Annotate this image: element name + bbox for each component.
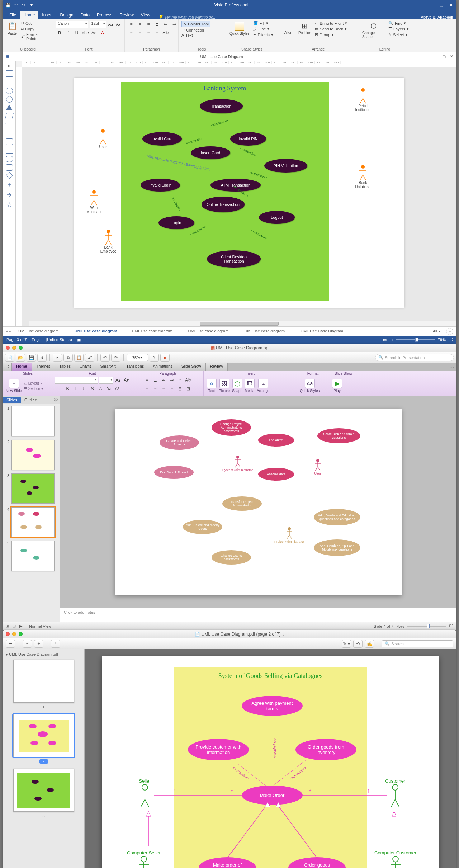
doc-close-icon[interactable]: ✕: [450, 54, 453, 59]
side-tab-slides[interactable]: Slides: [3, 397, 21, 403]
italic-icon[interactable]: I: [65, 29, 72, 37]
shape-cylinder-icon[interactable]: [6, 156, 13, 162]
shapes-pane[interactable]: ▸ ＋ ➔ ☆: [3, 61, 16, 326]
system-boundary[interactable]: Banking System: [121, 82, 329, 301]
share-icon[interactable]: ⇪: [51, 640, 60, 648]
uc-online[interactable]: Online Transaction: [202, 197, 245, 212]
system-title[interactable]: Banking System: [121, 82, 329, 94]
slide-thumb[interactable]: 3: [5, 473, 58, 504]
uc-insert-card[interactable]: Insert Card: [191, 146, 230, 159]
zoom-select[interactable]: 75% ▾: [127, 354, 148, 361]
tab-file[interactable]: File: [6, 11, 20, 19]
tab-home[interactable]: Home: [12, 363, 32, 371]
page-tab[interactable]: UML use case diagram …: [241, 327, 293, 335]
tab-process[interactable]: Process: [93, 11, 116, 19]
side-close-icon[interactable]: ⓧ: [54, 397, 58, 402]
min-dot-icon[interactable]: [12, 632, 16, 636]
page-tab[interactable]: UML use case diagram …: [185, 327, 237, 335]
uc-add-users[interactable]: Add, Delete and modify Users: [183, 520, 222, 534]
pdf-thumb[interactable]: [13, 769, 74, 812]
group-button[interactable]: ⊡ Group ▾: [315, 32, 347, 37]
side-tab-outline[interactable]: Outline: [21, 397, 41, 403]
tell-me[interactable]: 💡 Tell me what you want to do...: [158, 15, 217, 19]
horizontal-scrollbar[interactable]: [29, 321, 456, 326]
undo-icon[interactable]: ↶: [100, 354, 110, 362]
tab-data[interactable]: Data: [77, 11, 93, 19]
max-dot-icon[interactable]: [19, 632, 23, 636]
minimize-icon[interactable]: —: [428, 2, 434, 8]
shape-arrow-icon[interactable]: ➔: [6, 191, 12, 199]
zoom-in-icon[interactable]: ＋: [34, 640, 43, 648]
max-dot-icon[interactable]: [19, 346, 23, 350]
font-color-icon[interactable]: A: [99, 29, 106, 37]
rotate-icon[interactable]: ⟲: [353, 640, 363, 648]
min-dot-icon[interactable]: [12, 346, 16, 350]
close-icon[interactable]: ✕: [448, 2, 454, 8]
shape-triangle-icon[interactable]: [6, 105, 13, 110]
slide-thumb[interactable]: 2: [5, 440, 58, 470]
quick-styles-button[interactable]: Quick Styles: [228, 21, 251, 36]
copy-icon[interactable]: ⧉: [63, 354, 73, 362]
file-menu-icon[interactable]: ⌂: [3, 363, 12, 371]
actor-customer[interactable]: Customer: [385, 778, 405, 809]
font-name-select[interactable]: Calibri: [56, 21, 88, 28]
shape-roundrect-icon[interactable]: [6, 164, 13, 171]
page-tab[interactable]: UML Use Case Diagram: [297, 327, 347, 335]
shrink-font-icon[interactable]: A▾: [115, 21, 122, 28]
close-dot-icon[interactable]: [6, 346, 10, 350]
actor-projadmin[interactable]: Project Administrator: [274, 527, 304, 543]
help-icon[interactable]: ?: [150, 354, 159, 362]
uc-make-order[interactable]: Make Order: [242, 786, 303, 805]
uc-invalid-login[interactable]: Invalid Login: [141, 179, 180, 192]
grow-font-icon[interactable]: A▴: [108, 21, 114, 28]
shape-parallelogram-icon[interactable]: [5, 113, 13, 119]
align-mid-icon[interactable]: ≡: [136, 21, 143, 28]
add-page-button[interactable]: ＋: [446, 328, 453, 335]
uc-logon[interactable]: Log on/off: [258, 434, 294, 447]
effects-button[interactable]: ✦ Effects ▾: [253, 32, 273, 37]
close-dot-icon[interactable]: [6, 632, 10, 636]
save-icon[interactable]: 💾: [27, 354, 36, 362]
page-tab[interactable]: UML use case diagram …: [128, 327, 181, 335]
shape-ellipse-icon[interactable]: [6, 88, 13, 94]
format-painter-button[interactable]: 🖌 Format Painter: [21, 32, 50, 41]
uc-invalid-pin[interactable]: Invalid PIN: [230, 132, 266, 146]
redo-icon[interactable]: ↷: [21, 2, 27, 8]
pdf-thumb[interactable]: [13, 660, 74, 703]
print-icon[interactable]: 🖨: [37, 354, 47, 362]
actor-comp-customer[interactable]: Computer Customer: [374, 850, 416, 868]
align-bot-icon[interactable]: ≡: [145, 21, 152, 28]
shape-diamond-icon[interactable]: [6, 172, 13, 179]
slideshow-icon[interactable]: ▶: [160, 354, 170, 362]
page-tab[interactable]: UML use case diagram …: [15, 327, 67, 335]
pdf-page[interactable]: System of Goods Selling via Catalogues A…: [102, 656, 439, 868]
new-slide-button[interactable]: ＋New Slide: [6, 379, 22, 393]
shape-circle-icon[interactable]: [6, 96, 13, 103]
format-painter-icon[interactable]: 🖌: [85, 354, 94, 362]
shape-square-icon[interactable]: [6, 79, 13, 85]
uc-order-inv[interactable]: Order goods from inventory: [295, 739, 356, 760]
align-button[interactable]: ⫠Align: [282, 21, 295, 35]
layers-button[interactable]: ☰ Layers ▾: [388, 27, 409, 31]
slide-thumb[interactable]: 5: [5, 541, 58, 571]
actor-seller[interactable]: Seller: [138, 778, 152, 809]
uc-score[interactable]: Score Risk and Strain questions: [317, 428, 360, 443]
tab-home[interactable]: Home: [20, 11, 38, 19]
uc-add-risk[interactable]: Add, Combine, Split and Modify risk ques…: [314, 539, 360, 556]
expand-shapes-icon[interactable]: ▸: [8, 63, 10, 68]
uc-change-user-pwd[interactable]: Change User's passwords: [212, 550, 251, 565]
status-language[interactable]: English (United States): [32, 338, 72, 342]
send-back-button[interactable]: ▭ Send to Back ▾: [315, 27, 347, 31]
tab-themes[interactable]: Themes: [32, 363, 55, 371]
actor-sysadmin[interactable]: System Administrator: [222, 455, 253, 472]
notes-pane[interactable]: Click to add notes: [60, 608, 456, 622]
case-icon[interactable]: Aa: [90, 29, 98, 37]
pdf-search-input[interactable]: 🔍 Search: [382, 640, 453, 647]
shape-heptagon-icon[interactable]: [6, 138, 13, 145]
indent-left-icon[interactable]: ⇤: [162, 21, 169, 28]
copy-button[interactable]: ⧉ Copy: [21, 27, 50, 31]
view-normal-icon[interactable]: ⊞: [6, 624, 9, 628]
align-top-icon[interactable]: ≡: [128, 21, 135, 28]
actor-retail[interactable]: Retail Institution: [354, 88, 372, 112]
align-left-icon[interactable]: ≡: [128, 29, 135, 37]
